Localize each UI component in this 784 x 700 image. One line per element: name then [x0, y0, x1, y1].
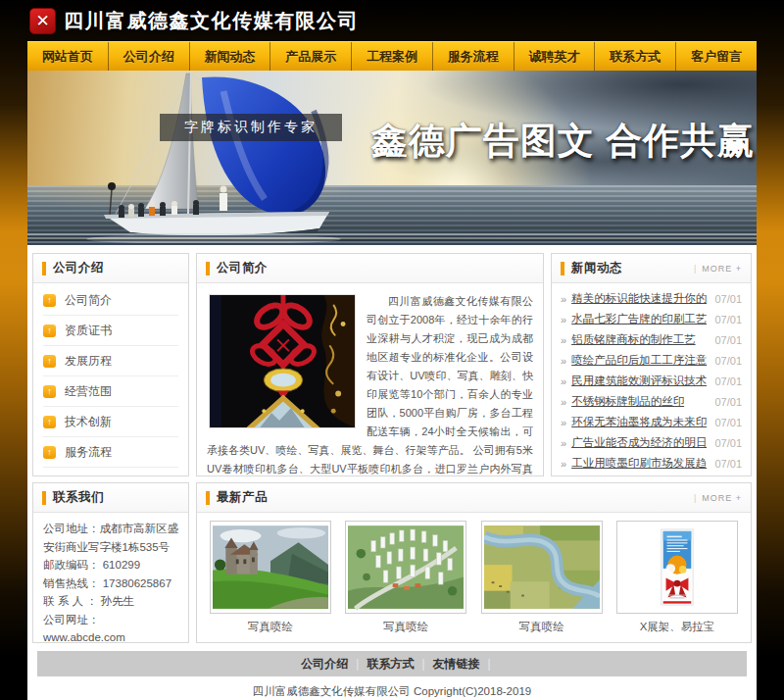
news-item-date: 07/01 [714, 334, 742, 346]
sidebar-menu-label: 技术创新 [65, 414, 112, 430]
nav-item[interactable]: 服务流程 [433, 42, 514, 71]
sidebar-header: 公司介绍 [33, 254, 188, 283]
nav-item[interactable]: 诚聘英才 [514, 42, 596, 71]
nav-item[interactable]: 公司介绍 [109, 42, 190, 71]
news-title: 新闻动态 [571, 260, 622, 276]
footer-link-friends[interactable]: 友情链接 [433, 656, 480, 673]
title-accent-bar [42, 262, 46, 275]
hero-banner: 字牌标识制作专家 鑫德广告图文 合作共赢 [27, 71, 757, 245]
nav-item[interactable]: 新闻动态 [190, 42, 271, 71]
sidebar-menu-item[interactable]: ↑ 资质证书 [43, 316, 178, 346]
news-item[interactable]: » 水晶七彩广告牌的印刷工艺 07/01 [561, 309, 742, 329]
news-item-title[interactable]: 水晶七彩广告牌的印刷工艺 [571, 312, 710, 326]
arrow-up-icon: ↑ [43, 325, 56, 337]
top-row: 公司介绍 ↑ 公司简介 ↑ 资质证书 [32, 253, 752, 476]
news-item[interactable]: » 喷绘产品印后加工工序注意 07/01 [561, 350, 742, 371]
news-item-date: 07/01 [714, 293, 742, 305]
contact-box: 联系我们 公司地址：成都市高新区盛安街商业写字楼1栋535号 邮政编码： 610… [32, 482, 189, 643]
footer-link-company[interactable]: 公司介绍 [301, 656, 348, 673]
product-image-frame [616, 521, 738, 614]
product-image-frame [481, 521, 603, 614]
news-item[interactable]: » 铝质铭牌商标的制作工艺 07/01 [561, 329, 742, 350]
main-area: 公司介绍 ↑ 公司简介 ↑ 资质证书 [27, 245, 757, 700]
product-label: 写真喷绘 [481, 620, 603, 634]
double-arrow-icon: » [561, 375, 566, 387]
products-box: 最新产品 |MORE + [196, 482, 752, 643]
company-photo [209, 294, 356, 428]
product-image-frame [345, 521, 466, 614]
news-item-date: 07/01 [714, 458, 742, 470]
news-item-title[interactable]: 铝质铭牌商标的制作工艺 [571, 332, 710, 347]
content-wrapper: ✕ 四川富威德鑫文化传媒有限公司 网站首页 公司介绍 新闻动态 产品展示 工程案… [27, 0, 757, 700]
footer-link-bar: 公司介绍 | 联系方式 | 友情链接 | [37, 651, 747, 676]
news-item[interactable]: » 不锈钢标牌制品的丝印 07/01 [561, 391, 742, 412]
title-accent-bar [206, 262, 210, 275]
product-item[interactable]: 写真喷绘 [345, 521, 466, 634]
double-arrow-icon: » [561, 437, 566, 449]
more-separator: | [694, 264, 697, 274]
nav-item[interactable]: 产品展示 [270, 42, 352, 71]
nav-item[interactable]: 网站首页 [27, 42, 109, 71]
sidebar-menu-item[interactable]: ↑ 公司简介 [43, 285, 178, 316]
news-item-title[interactable]: 精美的标识能快速提升你的 [571, 291, 710, 306]
arrow-up-icon: ↑ [43, 446, 56, 459]
banner-glitch-strip [27, 233, 757, 245]
profile-title: 公司简介 [217, 260, 268, 276]
sidebar-menu: ↑ 公司简介 ↑ 资质证书 ↑ 发展历程 [33, 283, 188, 468]
arrow-up-icon: ↑ [43, 355, 56, 368]
news-header: 新闻动态 |MORE + [552, 254, 751, 283]
profile-header: 公司简介 [197, 254, 543, 283]
product-item[interactable]: 写真喷绘 [481, 521, 603, 634]
company-intro-menu-box: 公司介绍 ↑ 公司简介 ↑ 资质证书 [32, 253, 189, 476]
sidebar-menu-item[interactable]: ↑ 经营范围 [43, 376, 178, 407]
product-item[interactable]: 写真喷绘 [210, 521, 331, 634]
news-item-date: 07/01 [714, 417, 742, 428]
contact-info: 公司地址：成都市高新区盛安街商业写字楼1栋535号 邮政编码： 610299 销… [33, 513, 188, 643]
news-item[interactable]: » 精美的标识能快速提升你的 07/01 [561, 288, 742, 309]
news-item-title[interactable]: 喷绘产品印后加工工序注意 [571, 353, 710, 368]
contact-line: 公司网址： www.abcde.com [43, 611, 178, 644]
news-item[interactable]: » 环保无苯油墨将成为未来印 07/01 [561, 412, 742, 432]
news-item-date: 07/01 [714, 396, 742, 408]
sidebar-menu-item[interactable]: ↑ 服务流程 [43, 437, 178, 468]
products-more-link[interactable]: |MORE + [694, 493, 742, 503]
sidebar-menu-label: 经营范围 [65, 383, 112, 400]
more-label: MORE + [702, 493, 742, 503]
footer-separator: | [488, 657, 491, 671]
arrow-up-icon: ↑ [43, 416, 56, 428]
product-item[interactable]: X展架、易拉宝 [616, 521, 738, 634]
sidebar-menu-item[interactable]: ↑ 技术创新 [43, 407, 178, 437]
news-box: 新闻动态 |MORE + » 精美的标识能快速提升你的 07/01 [551, 253, 752, 476]
nav-item[interactable]: 工程案例 [352, 42, 433, 71]
contact-line: 销售热线： 17380625867 [43, 575, 178, 593]
river-aerial-photo [484, 524, 600, 611]
more-separator: | [694, 493, 697, 503]
banner-headline: 鑫德广告图文 合作共赢 [371, 117, 755, 166]
contact-header: 联系我们 [33, 483, 188, 513]
news-item-title[interactable]: 不锈钢标牌制品的丝印 [571, 394, 710, 409]
news-item[interactable]: » 民用建筑能效测评标识技术 07/01 [561, 371, 742, 391]
logo-icon: ✕ [29, 8, 56, 34]
news-item[interactable]: » 广告业能否成为经济的明日 07/01 [561, 432, 742, 453]
sidebar-menu-label: 公司简介 [65, 292, 112, 309]
news-item-title[interactable]: 广告业能否成为经济的明日 [571, 435, 710, 450]
double-arrow-icon: » [561, 355, 566, 367]
news-item[interactable]: » 工业用喷墨印刷市场发展趋 07/01 [561, 453, 742, 474]
contact-line: 联 系 人 ： 孙先生 [43, 592, 178, 611]
news-item-title[interactable]: 环保无苯油墨将成为未来印 [571, 415, 710, 429]
castle-photo [213, 524, 328, 611]
double-arrow-icon: » [561, 334, 566, 346]
news-item-title[interactable]: 工业用喷墨印刷市场发展趋 [571, 456, 710, 471]
footer-link-contact[interactable]: 联系方式 [367, 656, 414, 673]
nav-item[interactable]: 联系方式 [595, 42, 676, 71]
nav-item[interactable]: 客户留言 [676, 42, 757, 71]
sidebar-menu-item[interactable]: ↑ 发展历程 [43, 346, 178, 376]
news-more-link[interactable]: |MORE + [694, 264, 742, 274]
product-label: 写真喷绘 [345, 620, 466, 634]
arrow-up-icon: ↑ [43, 294, 56, 307]
arrow-up-icon: ↑ [43, 385, 56, 398]
double-arrow-icon: » [561, 417, 566, 428]
news-item-title[interactable]: 民用建筑能效测评标识技术 [571, 374, 710, 388]
title-accent-bar [42, 491, 46, 505]
site-header: ✕ 四川富威德鑫文化传媒有限公司 [27, 0, 757, 41]
